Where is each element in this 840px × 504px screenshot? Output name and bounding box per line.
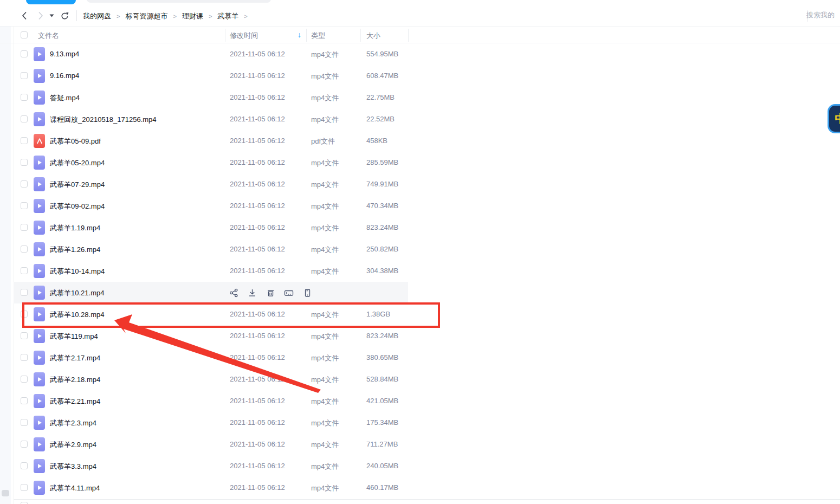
forward-button[interactable]	[35, 10, 47, 22]
file-row[interactable]: 答疑.mp4 2021-11-05 06:12 mp4文件 22.75MB	[0, 87, 840, 108]
file-row[interactable]: 武慕羊2.18.mp4 2021-11-05 06:12 mp4文件 528.8…	[0, 369, 840, 390]
file-type: mp4文件	[311, 223, 339, 233]
breadcrumb-item[interactable]: 理财课	[182, 11, 203, 21]
row-checkbox[interactable]	[21, 419, 28, 426]
row-checkbox[interactable]	[21, 311, 28, 318]
dropdown-caret-icon	[49, 14, 54, 17]
download-button[interactable]	[247, 286, 257, 299]
file-name[interactable]: 9.16.mp4	[50, 72, 79, 80]
column-header-modified[interactable]: 修改时间	[230, 31, 258, 41]
file-row[interactable]: 9.13.mp4 2021-11-05 06:12 mp4文件 554.95MB	[0, 43, 840, 65]
file-name[interactable]: 武慕羊3.3.mp4	[50, 462, 96, 471]
delete-button[interactable]	[266, 286, 275, 299]
column-header-name[interactable]: 文件名	[38, 31, 59, 41]
row-checkbox[interactable]	[21, 267, 28, 274]
file-name[interactable]: 课程回放_20210518_171256.mp4	[50, 115, 157, 125]
file-row[interactable]: 武慕羊05-09.pdf 2021-11-05 06:12 pdf文件 458K…	[0, 130, 840, 152]
file-row[interactable]: 武慕羊4.11.mp4 2021-11-05 06:12 mp4文件 460.1…	[0, 477, 840, 499]
file-name[interactable]: 武慕羊09-02.mp4	[50, 202, 105, 211]
refresh-button[interactable]	[59, 10, 70, 22]
back-button[interactable]	[18, 10, 30, 22]
file-name[interactable]: 武慕羊10.28.mp4	[50, 310, 104, 320]
breadcrumb-item[interactable]: 武慕羊	[217, 11, 238, 21]
file-row[interactable]: 武慕羊10.28.mp4 2021-11-05 06:12 mp4文件 1.38…	[0, 303, 840, 325]
translate-float-button[interactable]: 中	[828, 104, 840, 133]
file-name[interactable]: 武慕羊1.26.mp4	[50, 245, 100, 255]
column-header-type[interactable]: 类型	[311, 31, 325, 41]
play-glyph	[38, 464, 42, 468]
row-checkbox[interactable]	[21, 289, 28, 296]
mobile-button[interactable]	[302, 286, 312, 299]
row-checkbox[interactable]	[21, 50, 28, 57]
file-size: 421.05MB	[366, 397, 398, 405]
file-name[interactable]: 武慕羊2.9.mp4	[50, 440, 96, 450]
file-row[interactable]: 武慕羊2.17.mp4 2021-11-05 06:12 mp4文件 380.6…	[0, 347, 840, 369]
row-checkbox[interactable]	[21, 484, 28, 491]
row-checkbox[interactable]	[21, 462, 28, 469]
breadcrumb-item[interactable]: 标哥资源超市	[125, 11, 167, 21]
row-checkbox[interactable]	[21, 332, 28, 339]
file-row[interactable]: 武慕羊05-20.mp4 2021-11-05 06:12 mp4文件 285.…	[0, 152, 840, 173]
row-checkbox[interactable]	[21, 441, 28, 448]
select-all-checkbox[interactable]	[21, 31, 28, 38]
file-row[interactable]: 武慕羊2.21.mp4 2021-11-05 06:12 mp4文件 421.0…	[0, 390, 840, 412]
file-name[interactable]: 武慕羊1.19.mp4	[50, 223, 100, 233]
file-row[interactable]: 武慕羊10-14.mp4 2021-11-05 06:12 mp4文件 304.…	[0, 260, 840, 282]
file-row[interactable]: 武慕羊3.3.mp4 2021-11-05 06:12 mp4文件 240.05…	[0, 455, 840, 477]
row-checkbox[interactable]	[21, 202, 28, 209]
video-file-icon	[34, 307, 45, 321]
row-checkbox[interactable]	[21, 137, 28, 144]
file-name[interactable]: 武慕羊05-09.pdf	[50, 137, 101, 146]
file-size: 304.38MB	[366, 267, 398, 275]
file-row[interactable]: 武慕羊07-29.mp4 2021-11-05 06:12 mp4文件 749.…	[0, 173, 840, 195]
share-button[interactable]	[229, 286, 238, 299]
file-name[interactable]: 武慕羊2.3.mp4	[50, 418, 96, 428]
column-header-size[interactable]: 大小	[366, 31, 380, 41]
row-checkbox[interactable]	[21, 115, 28, 122]
file-row[interactable]: 课程回放_20210518_171256.mp4 2021-11-05 06:1…	[0, 108, 840, 130]
row-checkbox[interactable]	[21, 224, 28, 231]
row-checkbox[interactable]	[21, 180, 28, 188]
file-name[interactable]: 武慕羊2.21.mp4	[50, 397, 100, 406]
row-checkbox[interactable]	[21, 502, 28, 504]
file-row[interactable]: 武慕羊2.3.mp4 2021-11-05 06:12 mp4文件 175.34…	[0, 412, 840, 434]
file-name[interactable]: 武慕羊10.21.mp4	[50, 288, 104, 298]
row-checkbox[interactable]	[21, 94, 28, 101]
file-row[interactable]: 武慕羊09-02.mp4 2021-11-05 06:12 mp4文件 470.…	[0, 195, 840, 217]
file-name[interactable]: 武慕羊2.17.mp4	[50, 353, 100, 363]
file-type: mp4文件	[311, 72, 339, 81]
file-name[interactable]: 武慕羊4.11.mp4	[50, 483, 100, 493]
search-input[interactable]: 搜索我的	[806, 10, 840, 20]
row-checkbox[interactable]	[21, 159, 28, 166]
file-row[interactable]: 9.16.mp4 2021-11-05 06:12 mp4文件 608.47MB	[0, 65, 840, 87]
mobile-icon	[303, 288, 312, 298]
history-dropdown-button[interactable]	[48, 10, 55, 22]
file-name[interactable]: 武慕羊119.mp4	[50, 332, 98, 341]
file-type: mp4文件	[311, 115, 339, 125]
file-row[interactable]: 武慕羊1.26.mp4 2021-11-05 06:12 mp4文件 250.8…	[0, 238, 840, 260]
file-name[interactable]: 答疑.mp4	[50, 93, 80, 103]
row-checkbox[interactable]	[21, 354, 28, 361]
file-name[interactable]: 武慕羊05-20.mp4	[50, 158, 105, 168]
row-checkbox[interactable]	[21, 72, 28, 79]
file-row[interactable]: 武慕羊10.21.mp4	[0, 282, 840, 303]
file-row[interactable]: 武慕羊1.19.mp4 2021-11-05 06:12 mp4文件 823.2…	[0, 217, 840, 238]
row-checkbox[interactable]	[21, 245, 28, 253]
video-file-icon	[34, 91, 45, 105]
row-checkbox[interactable]	[21, 397, 28, 404]
file-name[interactable]: 武慕羊07-29.mp4	[50, 180, 105, 190]
file-row[interactable]: 武慕羊2.9.mp4 2021-11-05 06:12 mp4文件 711.27…	[0, 434, 840, 455]
sort-desc-icon[interactable]: ↓	[298, 30, 301, 39]
file-name[interactable]: 9.13.mp4	[50, 50, 79, 58]
play-glyph	[38, 399, 42, 403]
video-file-icon	[34, 242, 45, 256]
breadcrumb-separator: >	[209, 13, 212, 20]
file-name[interactable]: 武慕羊2.18.mp4	[50, 375, 100, 385]
file-size: 554.95MB	[366, 50, 398, 58]
video-file-icon	[34, 177, 45, 191]
row-checkbox[interactable]	[21, 376, 28, 383]
file-name[interactable]: 武慕羊10-14.mp4	[50, 267, 105, 276]
breadcrumb-item[interactable]: 我的网盘	[83, 11, 111, 21]
file-row[interactable]: 武慕羊119.mp4 2021-11-05 06:12 mp4文件 823.24…	[0, 325, 840, 347]
rename-button[interactable]	[284, 286, 294, 299]
